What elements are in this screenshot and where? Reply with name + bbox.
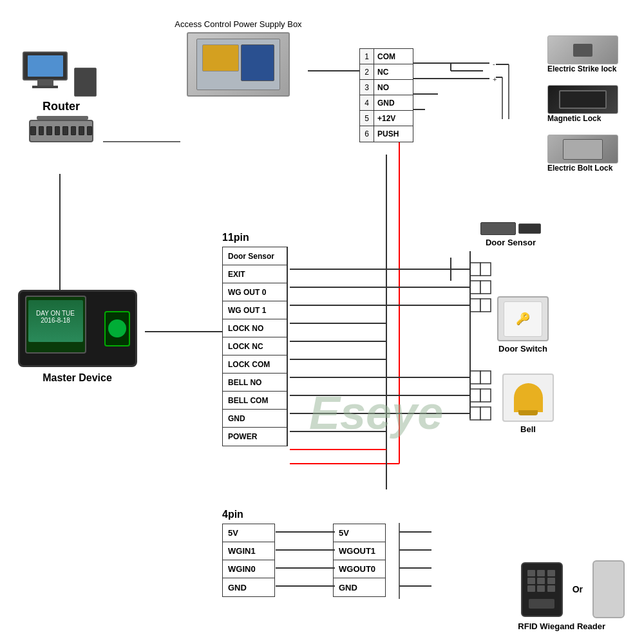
- monitor: [23, 52, 68, 80]
- router-port-3: [46, 126, 52, 135]
- rfid-key-9: [547, 585, 555, 592]
- or-label: Or: [573, 584, 583, 594]
- rfid-reader2-container: [592, 560, 625, 618]
- pin-name-power: POWER: [223, 428, 287, 446]
- door-switch-component: 🔑 Door Switch: [497, 296, 549, 354]
- bell-icon-container: [514, 383, 543, 412]
- pin4-left-wgin0: WGIN0: [223, 560, 274, 578]
- pin4-section: 4pin 5V WGIN1 WGIN0 GND 5V: [222, 509, 386, 597]
- pin4-left-row-5v: 5V: [223, 524, 274, 542]
- pin4-left-row-wgin1: WGIN1: [223, 542, 274, 560]
- pin-row-gnd: GND: [223, 410, 287, 428]
- master-device-section: DAY ON TUE 2016-8-18: [13, 290, 142, 384]
- rfid-section: Or: [521, 560, 625, 618]
- pin-row-wg-out-1: WG OUT 1: [223, 301, 287, 319]
- magnetic-lock-option: Magnetic Lock: [547, 85, 631, 123]
- electric-strike-image: [547, 35, 618, 64]
- pin-name-lock-no: LOCK NO: [223, 319, 287, 337]
- door-switch-image: 🔑: [497, 296, 549, 341]
- electric-bolt-option: Electric Bolt Lock: [547, 135, 631, 173]
- pin4-right-wgout1: WGOUT1: [334, 542, 385, 560]
- svg-text:-: -: [493, 60, 495, 68]
- pin4-tables-container: 5V WGIN1 WGIN0 GND 5V WGOUT1: [222, 524, 386, 597]
- terminal-row-2: 2 NC: [360, 64, 413, 80]
- pin-row-exit: EXIT: [223, 265, 287, 283]
- terminal-label-4: GND: [374, 95, 413, 110]
- rfid-reader1-container: [521, 562, 563, 617]
- pin-name-bell-com: BELL COM: [223, 392, 287, 409]
- door-sensor-label: Door Sensor: [480, 238, 541, 247]
- terminal-num-4: 4: [360, 95, 374, 110]
- rfid-key-5: [537, 578, 545, 584]
- pin4-title: 4pin: [222, 509, 386, 520]
- door-switch-label: Door Switch: [497, 344, 549, 354]
- svg-rect-35: [480, 389, 491, 402]
- svg-rect-19: [470, 281, 480, 294]
- pin-name-lock-nc: LOCK NC: [223, 337, 287, 355]
- bell-icon-shape: [514, 383, 543, 412]
- diagram: - + Access Control Power Supply Box: [0, 0, 644, 644]
- pin-row-bell-no: BELL NO: [223, 374, 287, 392]
- sensor-body-2: [518, 223, 541, 234]
- device-left: DAY ON TUE 2016-8-18: [25, 296, 86, 362]
- electric-strike-label: Electric Strike lock: [547, 64, 631, 73]
- pin4-left-row-gnd: GND: [223, 578, 274, 596]
- svg-rect-20: [480, 281, 491, 294]
- router-port-2: [39, 126, 44, 135]
- router-ports: [30, 121, 92, 135]
- pin4-left-wgin1: WGIN1: [223, 542, 274, 560]
- rfid-key-2: [537, 570, 545, 576]
- terminal-num-5: 5: [360, 111, 374, 126]
- router-icon: [29, 120, 93, 142]
- pin-row-bell-com: BELL COM: [223, 392, 287, 410]
- fp-circle: [108, 319, 126, 337]
- svg-rect-23: [470, 299, 480, 312]
- rfid-key-7: [527, 585, 535, 592]
- pin-name-wg-out-0: WG OUT 0: [223, 283, 287, 301]
- svg-rect-15: [470, 263, 480, 276]
- monitor-base: [32, 86, 58, 88]
- rfid-reader1-image: [521, 562, 563, 617]
- terminal-num-3: 3: [360, 80, 374, 95]
- door-sensor-graphic: [480, 222, 541, 235]
- terminal-num-6: 6: [360, 126, 374, 142]
- pin-name-door-sensor: Door Sensor: [223, 247, 287, 265]
- terminal-label-2: NC: [374, 64, 413, 79]
- router-section: Router: [19, 52, 103, 142]
- pin-row-lock-com: LOCK COM: [223, 355, 287, 374]
- pin4-right-row-gnd: GND: [334, 578, 385, 596]
- rfid-reader2-image: [592, 560, 625, 618]
- door-switch-inner: 🔑: [504, 301, 542, 337]
- pin11-table: Door Sensor EXIT WG OUT 0 WG OUT 1 LOCK …: [222, 247, 288, 446]
- svg-rect-24: [480, 299, 491, 312]
- magnetic-lock-label: Magnetic Lock: [547, 114, 631, 123]
- terminal-block: 1 COM 2 NC 3 NO 4 GND 5 +12V 6 PUSH: [359, 48, 413, 142]
- pin4-left-row-wgin0: WGIN0: [223, 560, 274, 578]
- router-port-4: [55, 126, 61, 135]
- electric-strike-option: Electric Strike lock: [547, 35, 631, 73]
- svg-rect-30: [470, 371, 480, 384]
- lock-options: Electric Strike lock Magnetic Lock Elect…: [547, 35, 631, 184]
- pin4-right-wgout0: WGOUT0: [334, 560, 385, 578]
- pin-row-wg-out-0: WG OUT 0: [223, 283, 287, 301]
- pin11-section: 11pin Door Sensor EXIT WG OUT 0 WG OUT 1…: [222, 232, 288, 446]
- pin11-title: 11pin: [222, 232, 288, 243]
- pin4-left-5v: 5V: [223, 524, 274, 542]
- magnetic-lock-image: [547, 85, 618, 114]
- device-screen-inner: DAY ON TUE 2016-8-18: [28, 300, 83, 342]
- computer-icon: [23, 52, 100, 97]
- terminal-row-3: 3 NO: [360, 80, 413, 95]
- pin4-right-5v: 5V: [334, 524, 385, 542]
- device-screen: DAY ON TUE 2016-8-18: [25, 296, 86, 354]
- pin-row-door-sensor: Door Sensor: [223, 247, 287, 265]
- terminal-label-6: PUSH: [374, 126, 413, 142]
- rfid-key-8: [537, 585, 545, 592]
- bell-component: Bell: [502, 374, 554, 434]
- pin4-right-gnd: GND: [334, 578, 385, 596]
- pin-row-lock-nc: LOCK NC: [223, 337, 287, 355]
- rfid-key-1: [527, 570, 535, 576]
- router-port-8: [87, 126, 93, 135]
- fingerprint-reader: [104, 311, 130, 346]
- electric-bolt-image: [547, 135, 618, 164]
- terminal-row-6: 6 PUSH: [360, 126, 413, 142]
